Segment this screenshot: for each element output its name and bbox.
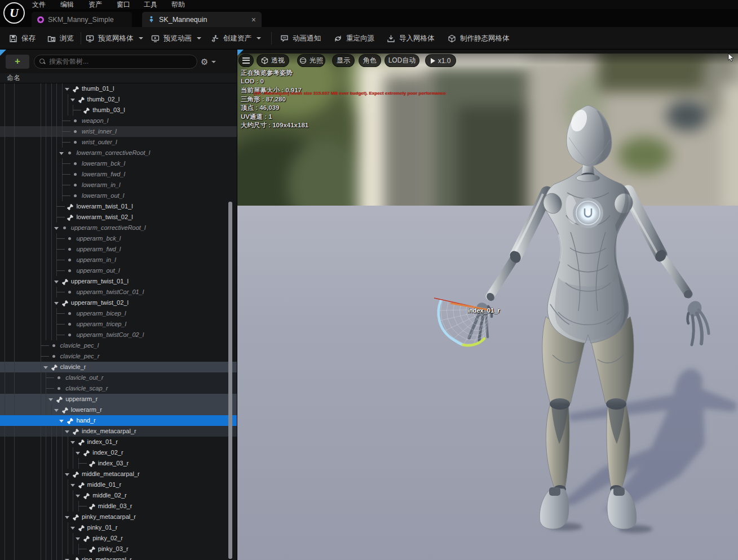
tree-row-lowerarm_r[interactable]: lowerarm_r bbox=[0, 405, 237, 415]
tree-row-thumb_03_l[interactable]: thumb_03_l bbox=[0, 105, 237, 115]
close-icon[interactable]: × bbox=[251, 16, 256, 24]
tree-row-index_02_r[interactable]: index_02_r bbox=[0, 447, 237, 458]
tree-row-upperarm_bicep_l[interactable]: upperarm_bicep_l bbox=[0, 308, 237, 319]
tree-row-wrist_outer_l[interactable]: wrist_outer_l bbox=[0, 137, 237, 148]
tree-row-thumb_02_l[interactable]: thumb_02_l bbox=[0, 94, 237, 105]
tree-row-clavicle_out_r[interactable]: clavicle_out_r bbox=[0, 372, 237, 383]
tree-row-pinky_03_r[interactable]: pinky_03_r bbox=[0, 544, 237, 554]
tree-guide-line bbox=[68, 479, 68, 490]
tree-row-pinky_metacarpal_r[interactable]: pinky_metacarpal_r bbox=[0, 512, 237, 522]
tree-row-upperarm_twistCor_02_l[interactable]: upperarm_twistCor_02_l bbox=[0, 330, 237, 340]
tree-row-clavicle_r[interactable]: clavicle_r bbox=[0, 362, 237, 372]
expand-arrow-icon[interactable] bbox=[54, 409, 59, 412]
expand-arrow-icon[interactable] bbox=[59, 152, 64, 155]
tree-row-thumb_01_l[interactable]: thumb_01_l bbox=[0, 83, 237, 94]
rotation-gizmo[interactable] bbox=[426, 285, 510, 358]
viewport-button-menu[interactable] bbox=[238, 54, 254, 67]
tab-sk-mannequin[interactable]: SK_Mannequin × bbox=[142, 12, 262, 27]
tree-row-middle_metacarpal_r[interactable]: middle_metacarpal_r bbox=[0, 469, 237, 479]
tree-row-upperarm_correctiveRoot_l[interactable]: upperarm_correctiveRoot_l bbox=[0, 223, 237, 233]
search-input[interactable]: 搜索骨骼树... bbox=[34, 55, 197, 69]
expand-arrow-icon[interactable] bbox=[54, 227, 59, 230]
expand-arrow-icon[interactable] bbox=[65, 88, 69, 91]
expand-arrow-icon[interactable] bbox=[70, 484, 75, 487]
tree-row-pinky_01_r[interactable]: pinky_01_r bbox=[0, 522, 237, 533]
tree-row-upperarm_twistCor_01_l[interactable]: upperarm_twistCor_01_l bbox=[0, 287, 237, 297]
tree-guide-line bbox=[5, 244, 5, 255]
tree-settings-button[interactable]: ⚙ bbox=[201, 55, 216, 69]
tree-row-upperarm_r[interactable]: upperarm_r bbox=[0, 394, 237, 405]
tree-row-upperarm_tricep_l[interactable]: upperarm_tricep_l bbox=[0, 319, 237, 330]
menu-2[interactable]: 资产 bbox=[89, 1, 102, 8]
tree-row-clavicle_pec_l[interactable]: clavicle_pec_l bbox=[0, 340, 237, 351]
expand-arrow-icon[interactable] bbox=[65, 473, 69, 476]
tree-row-index_03_r[interactable]: index_03_r bbox=[0, 458, 237, 469]
toolbar-button-0[interactable]: 保存 bbox=[9, 27, 36, 50]
expand-arrow-icon[interactable] bbox=[70, 441, 75, 444]
tree-row-ring_metacarpal_r[interactable]: ring_metacarpal_r bbox=[0, 554, 237, 560]
expand-arrow-icon[interactable] bbox=[70, 527, 75, 530]
viewport-button-角色[interactable]: 角色 bbox=[359, 54, 381, 67]
tree-row-upperarm_in_l[interactable]: upperarm_in_l bbox=[0, 255, 237, 265]
toolbar-button-6[interactable]: 重定向源 bbox=[334, 27, 374, 50]
tree-guide-line bbox=[41, 105, 41, 115]
tree-row-lowerarm_bck_l[interactable]: lowerarm_bck_l bbox=[0, 158, 237, 169]
viewport-button-x1.0[interactable]: x1.0 bbox=[425, 54, 456, 67]
menu-4[interactable]: 工具 bbox=[144, 1, 157, 8]
tree-row-clavicle_pec_r[interactable]: clavicle_pec_r bbox=[0, 351, 237, 362]
menu-5[interactable]: 帮助 bbox=[171, 1, 185, 8]
viewport-button-显示[interactable]: 显示 bbox=[332, 54, 355, 67]
tree-row-middle_01_r[interactable]: middle_01_r bbox=[0, 479, 237, 490]
toolbar-button-4[interactable]: 创建资产 bbox=[211, 27, 261, 50]
tree-row-middle_02_r[interactable]: middle_02_r bbox=[0, 490, 237, 501]
expand-arrow-icon[interactable] bbox=[65, 430, 69, 433]
tree-row-upperarm_twist_02_l[interactable]: upperarm_twist_02_l bbox=[0, 297, 237, 308]
tree-row-clavicle_scap_r[interactable]: clavicle_scap_r bbox=[0, 383, 237, 394]
expand-arrow-icon[interactable] bbox=[54, 302, 59, 305]
expand-arrow-icon[interactable] bbox=[70, 99, 75, 101]
viewport-button-光照[interactable]: 光照 bbox=[297, 54, 325, 67]
tree-row-weapon_l[interactable]: weapon_l bbox=[0, 115, 237, 126]
tree-row-index_metacarpal_r[interactable]: index_metacarpal_r bbox=[0, 426, 237, 437]
toolbar-button-3[interactable]: 预览动画 bbox=[151, 27, 201, 50]
tree-row-lowerarm_fwd_l[interactable]: lowerarm_fwd_l bbox=[0, 169, 237, 180]
expand-arrow-icon[interactable] bbox=[76, 537, 80, 540]
menu-1[interactable]: 编辑 bbox=[60, 1, 74, 8]
expand-arrow-icon[interactable] bbox=[76, 495, 80, 497]
tree-row-pinky_02_r[interactable]: pinky_02_r bbox=[0, 533, 237, 544]
tree-row-upperarm_twist_01_l[interactable]: upperarm_twist_01_l bbox=[0, 276, 237, 287]
expand-arrow-icon[interactable] bbox=[65, 516, 69, 519]
expand-arrow-icon[interactable] bbox=[48, 398, 53, 401]
tree-row-lowerarm_in_l[interactable]: lowerarm_in_l bbox=[0, 180, 237, 190]
tree-row-lowerarm_twist_01_l[interactable]: lowerarm_twist_01_l bbox=[0, 201, 237, 212]
tree-row-upperarm_bck_l[interactable]: upperarm_bck_l bbox=[0, 233, 237, 244]
viewport-button-透视[interactable]: 透视 bbox=[257, 54, 289, 67]
tree-guide-line bbox=[41, 148, 41, 158]
add-button[interactable]: + bbox=[6, 55, 29, 69]
expand-arrow-icon[interactable] bbox=[54, 281, 59, 283]
expand-arrow-icon[interactable] bbox=[76, 452, 80, 455]
tab-skm-manny-simple[interactable]: SKM_Manny_Simple bbox=[32, 12, 132, 27]
unreal-logo-icon[interactable]: U bbox=[3, 2, 25, 24]
toolbar-button-8[interactable]: 制作静态网格体 bbox=[448, 27, 510, 50]
toolbar-button-1[interactable]: 浏览 bbox=[47, 27, 74, 50]
tree-row-lowerarm_correctiveRoot_l[interactable]: lowerarm_correctiveRoot_l bbox=[0, 148, 237, 158]
expand-arrow-icon[interactable] bbox=[43, 366, 48, 369]
viewport[interactable]: index_01_r 正在预览参考姿势LOD : 0当前屏幕大小 : 0.917… bbox=[237, 50, 738, 560]
toolbar-button-5[interactable]: 动画通知 bbox=[280, 27, 321, 50]
tree-row-index_01_r[interactable]: index_01_r bbox=[0, 437, 237, 447]
expand-arrow-icon[interactable] bbox=[59, 420, 64, 423]
viewport-button-LOD自动[interactable]: LOD自动 bbox=[385, 54, 419, 67]
menu-0[interactable]: 文件 bbox=[32, 1, 46, 8]
toolbar-button-2[interactable]: 预览网格体 bbox=[86, 27, 143, 50]
tree-row-lowerarm_twist_02_l[interactable]: lowerarm_twist_02_l bbox=[0, 212, 237, 223]
menu-3[interactable]: 窗口 bbox=[117, 1, 130, 8]
tree-row-upperarm_fwd_l[interactable]: upperarm_fwd_l bbox=[0, 244, 237, 255]
tree-row-hand_r[interactable]: hand_r bbox=[0, 415, 237, 426]
tree-row-middle_03_r[interactable]: middle_03_r bbox=[0, 501, 237, 512]
tree-row-upperarm_out_l[interactable]: upperarm_out_l bbox=[0, 265, 237, 276]
tree-scrollbar[interactable] bbox=[228, 202, 232, 559]
tree-row-lowerarm_out_l[interactable]: lowerarm_out_l bbox=[0, 190, 237, 201]
tree-row-wrist_inner_l[interactable]: wrist_inner_l bbox=[0, 126, 237, 137]
toolbar-button-7[interactable]: 导入网格体 bbox=[387, 27, 435, 50]
